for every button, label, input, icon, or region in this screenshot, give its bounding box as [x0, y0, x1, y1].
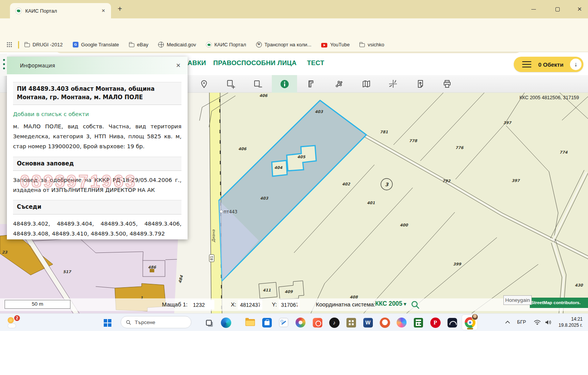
download-arrow-icon[interactable]: ↓: [570, 59, 581, 70]
bookmarks-divider: [18, 41, 19, 49]
duckduckgo-icon[interactable]: [379, 316, 391, 329]
paint-icon[interactable]: [294, 316, 307, 329]
scale-input[interactable]: [191, 300, 214, 309]
export-tool[interactable]: [408, 75, 433, 93]
nav-link[interactable]: ТЕСТ: [307, 59, 324, 67]
y-coordinate-input[interactable]: [279, 300, 300, 309]
measure-tool[interactable]: [299, 75, 325, 93]
browser-toolbar: kais.cadastre.bg/bg/Map ★: [0, 18, 588, 38]
file-explorer-icon[interactable]: [244, 316, 256, 329]
qr-scanner-icon[interactable]: [345, 316, 357, 329]
map-label: 405: [297, 155, 305, 159]
bookmark-item[interactable]: eBay: [129, 42, 149, 47]
hamburger-icon: [522, 64, 531, 65]
vertices-tool[interactable]: [326, 75, 351, 93]
keyboard-language[interactable]: БГР: [517, 319, 526, 325]
basemap-tool[interactable]: [354, 75, 379, 93]
map-label: 403: [260, 196, 268, 200]
parcel-title: ПИ 48489.3.403 област Монтана, община Мо…: [13, 82, 181, 105]
map-status-bar: Мащаб 1: X: Y: Координатна система: ККС …: [0, 298, 588, 311]
bookmark-item[interactable]: vsichko: [359, 42, 384, 47]
clock[interactable]: 14:21 19.8.2025 г.: [559, 316, 583, 328]
map-search-icon[interactable]: [410, 300, 420, 309]
snipping-tool-icon[interactable]: [278, 316, 290, 329]
search-icon: [126, 319, 131, 325]
bookmark-item[interactable]: DRUGI -2012: [24, 42, 63, 47]
volume-icon[interactable]: [545, 319, 552, 325]
wifi-icon[interactable]: [534, 319, 541, 325]
layers-menu-icon[interactable]: [0, 54, 7, 76]
tiktok-icon[interactable]: [328, 316, 340, 329]
nav-link[interactable]: ПРАВОСПОСОБНИ ЛИЦА: [213, 59, 297, 67]
locate-tool[interactable]: [191, 75, 217, 93]
nav-link[interactable]: АВКИ: [188, 59, 206, 67]
start-button[interactable]: [101, 316, 113, 329]
search-placeholder: Търсене: [135, 319, 155, 325]
bookmark-label: eBay: [137, 42, 149, 47]
objects-list-button[interactable]: 0 Обекти ↓: [514, 57, 583, 72]
crs-dropdown-caret-icon[interactable]: ▼: [403, 301, 407, 307]
map-label: 397: [503, 121, 511, 125]
add-selection-tool[interactable]: [218, 75, 243, 93]
window-close-button[interactable]: ✕: [574, 5, 585, 14]
bookmark-label: vsichko: [368, 42, 384, 47]
map-label: 397: [512, 178, 520, 183]
crs-label: Координатна система:: [316, 301, 376, 308]
neighbors-list: 48489.3.402, 48489.3.404, 48489.3.405, 4…: [13, 219, 181, 239]
bookmark-item[interactable]: YouTube: [321, 42, 350, 47]
tray-expand-icon[interactable]: [505, 320, 510, 324]
map-label: 781: [380, 130, 388, 134]
add-to-objects-link[interactable]: Добави в списък с обекти: [13, 111, 181, 117]
map-label: 399: [453, 262, 461, 266]
speedtest-icon[interactable]: [446, 316, 458, 329]
crs-selected-value[interactable]: ККС 2005: [375, 300, 402, 307]
task-view-icon[interactable]: [203, 316, 215, 329]
bookmark-label: YouTube: [330, 42, 350, 47]
phone-watermark: 0893971963: [20, 171, 137, 192]
chrome-profile-badge: [472, 314, 478, 320]
chrome-icon-active[interactable]: [462, 314, 478, 330]
pinterest-icon[interactable]: [429, 316, 441, 329]
bookmark-icon: [321, 43, 327, 47]
bookmark-icon: [158, 42, 164, 47]
x-coordinate-input[interactable]: [238, 300, 262, 309]
microsoft-store-icon[interactable]: [261, 316, 273, 329]
screen-recorder-icon[interactable]: [311, 316, 323, 329]
bookmark-item[interactable]: Транспорт на коли...: [256, 42, 312, 47]
info-panel-title: Информация: [20, 62, 174, 69]
tab-close-icon[interactable]: ✕: [100, 7, 107, 14]
notification-badge: 2: [14, 315, 20, 321]
calculator-icon[interactable]: [412, 316, 425, 329]
bookmark-item[interactable]: КАИС Портал: [206, 42, 246, 47]
taskbar-search[interactable]: Търсене: [121, 316, 191, 328]
browser-tab[interactable]: КАИС Портал ✕: [10, 3, 111, 18]
coordinates-tool[interactable]: [381, 75, 406, 93]
map-label: 81: [209, 254, 214, 262]
bookmark-icon: [359, 43, 365, 47]
map-label: 406: [238, 147, 247, 151]
map-attribution[interactable]: StreetMap contributors.: [530, 298, 588, 308]
tray-time: 14:21: [559, 316, 583, 322]
info-tool[interactable]: [272, 75, 297, 93]
map-label: 778: [409, 139, 417, 143]
apps-grid-icon[interactable]: [7, 42, 12, 47]
bookmark-item[interactable]: Google Translate: [73, 42, 119, 47]
new-tab-button[interactable]: +: [115, 5, 125, 13]
map-label: 517: [63, 270, 71, 274]
info-panel-close-icon[interactable]: ✕: [174, 61, 182, 70]
word-icon[interactable]: [362, 316, 374, 329]
edge-icon[interactable]: [220, 316, 232, 329]
neighbors-heading: Съседи: [13, 200, 181, 215]
weather-widget-icon[interactable]: 2: [7, 316, 19, 329]
info-panel-header: Информация ✕: [7, 57, 188, 74]
window-maximize-button[interactable]: [552, 5, 563, 14]
remove-selection-tool[interactable]: [245, 75, 270, 93]
window-minimize-button[interactable]: [528, 5, 539, 14]
bookmark-label: Medicaid.gov: [167, 42, 196, 47]
map-label: 406: [260, 93, 268, 98]
bookmark-icon: [256, 42, 262, 47]
map-label: 411: [263, 288, 271, 292]
print-tool[interactable]: [434, 75, 460, 93]
bookmark-item[interactable]: Medicaid.gov: [158, 42, 196, 47]
copilot-icon[interactable]: [395, 316, 408, 329]
